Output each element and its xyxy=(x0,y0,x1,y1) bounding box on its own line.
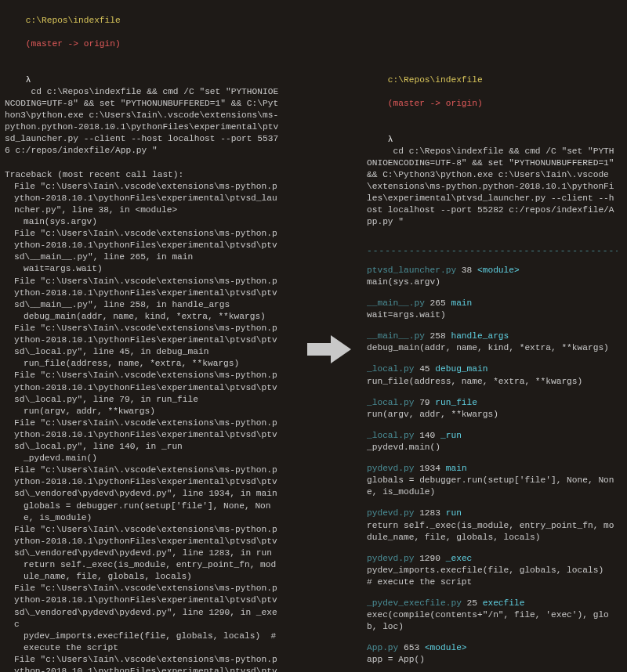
frame-code: run(argv, addr, **kwargs) xyxy=(367,409,618,421)
frame-file: pydevd.py xyxy=(367,464,414,473)
frame-code: wait=args.wait) xyxy=(367,309,618,321)
frame-function: <module> xyxy=(425,643,467,652)
frame-location: File "c:\Users\Iain\.vscode\extensions\m… xyxy=(5,370,279,405)
frame-function: main xyxy=(451,298,472,308)
frame-code: run(argv, addr, **kwargs) xyxy=(5,406,279,417)
frame-function: _run xyxy=(440,431,462,440)
frame-function: <module> xyxy=(477,266,520,275)
frame-function: run_file xyxy=(435,398,477,407)
frame-code: return self._exec(is_module, entry_point… xyxy=(367,520,618,544)
frame-file: _local.py xyxy=(367,364,414,374)
frame-header: __main__.py 265 main xyxy=(367,298,618,309)
separator-line: ----------------------------------------… xyxy=(367,245,618,257)
frame-code: _pydevd.main() xyxy=(5,453,279,464)
frame-code: pydev_imports.execfile(file, globals, lo… xyxy=(5,630,279,654)
frame-file: _local.py xyxy=(367,431,414,440)
frame-line-number: 45 xyxy=(414,364,435,374)
frame-function: _exec xyxy=(446,554,473,563)
lambda-icon: λ xyxy=(26,75,31,85)
frame-file: App.py xyxy=(367,643,398,652)
frame-location: File "c:\Users\Iain\.vscode\extensions\m… xyxy=(5,417,279,453)
frame-location: File "c:\Users\Iain\.vscode\extensions\m… xyxy=(5,323,279,358)
prompt-path: c:\Repos\indexfile xyxy=(388,75,483,85)
frame-file: pydevd.py xyxy=(367,554,414,563)
prompt-path: c:\Repos\indexfile xyxy=(26,16,121,25)
frame-file: _local.py xyxy=(367,398,414,407)
frame-line-number: 1283 xyxy=(414,508,445,518)
frame-code: exec(compile(contents+"/n", file, 'exec'… xyxy=(367,609,618,633)
frame-location: File "c:\Users\Iain\.vscode\extensions\m… xyxy=(5,276,279,311)
frame-function: run xyxy=(446,508,462,518)
frame-location: File "c:\Users\Iain\.vscode\extensions\m… xyxy=(5,228,279,263)
frame-file: __main__.py xyxy=(367,298,425,308)
frame-function: main xyxy=(446,464,467,473)
command-line: λ cd c:\Repos\indexfile && cmd /C "set "… xyxy=(367,122,618,240)
frame-group: _local.py 79 run_filerun(argv, addr, **k… xyxy=(367,397,618,421)
frame-group: App.py 653 <module>app = App() xyxy=(367,642,618,666)
frame-code: globals = debugger.run(setup['file'], No… xyxy=(367,475,618,498)
frame-group: _local.py 45 debug_mainrun_file(address,… xyxy=(367,363,618,387)
frame-line-number: 258 xyxy=(425,331,451,341)
terminal-right: c:\Repos\indexfile (master -> origin) λ … xyxy=(367,63,618,672)
terminal-left: c:\Repos\indexfile (master -> origin) λ … xyxy=(5,3,279,672)
frame-location: File "c:\Users\Iain\.vscode\extensions\m… xyxy=(5,583,279,630)
frame-location: File "c:\Users\Iain\.vscode\extensions\m… xyxy=(5,464,279,500)
frame-header: ptvsd_launcher.py 38 <module> xyxy=(367,265,618,276)
frame-code: app = App() xyxy=(367,654,618,666)
command-line: λ cd c:\Repos\indexfile && cmd /C "set "… xyxy=(5,63,279,169)
frame-file: __main__.py xyxy=(367,331,425,341)
frame-line-number: 1934 xyxy=(414,464,445,473)
frame-code: globals = debugger.run(setup['file'], No… xyxy=(5,500,279,524)
frame-function: debug_main xyxy=(435,364,487,374)
traceback-frames: ptvsd_launcher.py 38 <module>main(sys.ar… xyxy=(367,265,618,672)
frame-group: pydevd.py 1934 mainglobals = debugger.ru… xyxy=(367,463,618,498)
frame-header: _local.py 140 _run xyxy=(367,430,618,442)
frame-header: _pydev_execfile.py 25 execfile xyxy=(367,598,618,609)
prompt-line: c:\Repos\indexfile (master -> origin) xyxy=(5,3,279,63)
frame-header: _local.py 79 run_file xyxy=(367,397,618,409)
frame-function: handle_args xyxy=(451,331,509,341)
frame-location: File "c:\Users\Iain\.vscode\extensions\m… xyxy=(5,181,279,216)
frame-code: return self._exec(is_module, entry_point… xyxy=(5,559,279,583)
arrow-icon xyxy=(307,334,351,365)
frame-code: main(sys.argv) xyxy=(367,276,618,288)
frame-group: _pydev_execfile.py 25 execfileexec(compi… xyxy=(367,598,618,633)
frame-header: __main__.py 258 handle_args xyxy=(367,331,618,342)
frame-group: pydevd.py 1283 runreturn self._exec(is_m… xyxy=(367,508,618,543)
frame-group: __main__.py 265 mainwait=args.wait) xyxy=(367,298,618,321)
frame-header: App.py 653 <module> xyxy=(367,642,618,654)
frame-line-number: 140 xyxy=(414,431,440,440)
frame-code: _pydevd.main() xyxy=(367,442,618,453)
frame-code: run_file(address, name, *extra, **kwargs… xyxy=(5,358,279,370)
frame-line-number: 38 xyxy=(456,266,477,275)
frame-code: main(sys.argv) xyxy=(5,216,279,228)
frame-line-number: 79 xyxy=(414,398,435,407)
frame-header: pydevd.py 1934 main xyxy=(367,463,618,475)
lambda-icon: λ xyxy=(388,135,393,144)
frame-header: _local.py 45 debug_main xyxy=(367,363,618,375)
traceback-frames: File "c:\Users\Iain\.vscode\extensions\m… xyxy=(5,181,279,672)
frame-group: ptvsd_launcher.py 38 <module>main(sys.ar… xyxy=(367,265,618,288)
frame-line-number: 25 xyxy=(462,598,483,608)
frame-code: wait=args.wait) xyxy=(5,263,279,275)
frame-function: execfile xyxy=(483,598,525,608)
frame-line-number: 1290 xyxy=(414,554,445,563)
frame-code: pydev_imports.execfile(file, globals, lo… xyxy=(367,565,618,588)
traceback-header: Traceback (most recent call last): xyxy=(5,169,279,181)
frame-location: File "c:\Users\Iain\.vscode\extensions\m… xyxy=(5,654,279,672)
frame-line-number: 653 xyxy=(398,643,425,652)
frame-code: run_file(address, name, *extra, **kwargs… xyxy=(367,376,618,388)
frame-group: pydevd.py 1290 _execpydev_imports.execfi… xyxy=(367,553,618,588)
frame-file: _pydev_execfile.py xyxy=(367,598,462,608)
frame-header: pydevd.py 1283 run xyxy=(367,508,618,519)
prompt-branch: (master -> origin) xyxy=(388,99,483,108)
frame-header: pydevd.py 1290 _exec xyxy=(367,553,618,565)
frame-file: ptvsd_launcher.py xyxy=(367,266,456,275)
frame-line-number: 265 xyxy=(425,298,451,308)
frame-group: _local.py 140 _run_pydevd.main() xyxy=(367,430,618,453)
svg-marker-0 xyxy=(307,335,351,363)
frame-file: pydevd.py xyxy=(367,508,414,518)
frame-code: debug_main(addr, name, kind, *extra, **k… xyxy=(367,342,618,354)
frame-code: debug_main(addr, name, kind, *extra, **k… xyxy=(5,311,279,323)
frame-location: File "c:\Users\Iain\.vscode\extensions\m… xyxy=(5,524,279,559)
